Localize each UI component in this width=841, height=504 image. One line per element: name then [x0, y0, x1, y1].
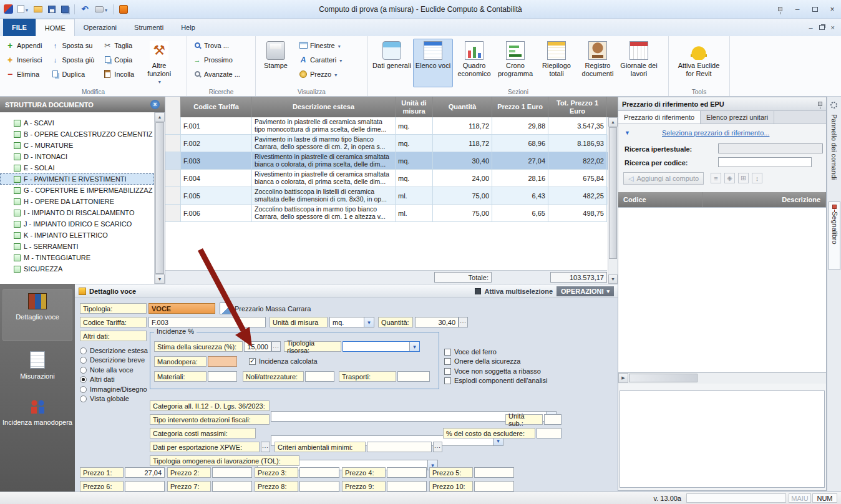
- view-option[interactable]: Descrizione estesa: [80, 347, 148, 354]
- sezione-registro-documenti-button[interactable]: Registro documenti: [578, 39, 618, 87]
- flag-onere-sicurezza[interactable]: Onere della sicurezza: [444, 357, 520, 365]
- tree-item-selected[interactable]: F - PAVIMENTI E RIVESTIMENTI: [0, 173, 154, 185]
- tab-operazioni[interactable]: Operazioni: [75, 19, 125, 36]
- tree-item[interactable]: J - IMPIANTO IDRICO E SCARICO: [0, 218, 154, 230]
- sposta-giu-button[interactable]: Sposta giù: [49, 53, 96, 66]
- incolla-button[interactable]: Incolla: [101, 67, 136, 80]
- save-all-button[interactable]: [60, 3, 70, 16]
- table-row-selected[interactable]: F.003 Rivestimento in piastrelle di cera…: [165, 152, 618, 170]
- prezzario-page-button[interactable]: [220, 303, 231, 314]
- inserisci-button[interactable]: Inserisci: [4, 53, 44, 66]
- web-prices-button[interactable]: ◈: [724, 173, 735, 183]
- scroll-up-button[interactable]: [608, 117, 618, 127]
- tree-item[interactable]: I - IMPIANTO DI RISCALDAMENTO: [0, 207, 154, 218]
- flag-esplodi-componenti[interactable]: Esplodi componenti dell'analisi: [444, 377, 547, 384]
- sezione-giornale-lavori-button[interactable]: Giornale dei lavori: [619, 39, 659, 87]
- tree-item[interactable]: A - SCAVI: [0, 117, 154, 128]
- prezzario-grid-body[interactable]: [618, 207, 826, 373]
- tree-view-button[interactable]: ⊞: [738, 173, 749, 183]
- tab-prezzario-riferimento[interactable]: Prezzario di riferimento: [618, 111, 701, 124]
- multiselect-checkbox[interactable]: [475, 288, 481, 294]
- mdi-close-button[interactable]: ×: [831, 24, 835, 31]
- trasporti-input[interactable]: [397, 371, 430, 382]
- tree-item[interactable]: B - OPERE CALCESTRUZZO CEMENTIZ: [0, 128, 154, 140]
- trova-button[interactable]: Trova ...: [191, 39, 242, 52]
- header-quantita[interactable]: Quantità: [433, 97, 492, 117]
- view-option-selected[interactable]: Altri dati: [80, 376, 115, 383]
- tab-elenco-prezzi-unitari[interactable]: Elenco prezzi unitari: [701, 111, 774, 124]
- checkbox[interactable]: [444, 349, 451, 356]
- tree-item[interactable]: E - SOLAI: [0, 162, 154, 173]
- aggiungi-al-computo-button[interactable]: ◁ Aggiungi al computo: [623, 172, 704, 185]
- duplica-button[interactable]: Duplica: [49, 67, 96, 80]
- attiva-euclide-revit-button[interactable]: Attiva Euclide for Revit: [673, 39, 725, 87]
- prezzo-input[interactable]: [212, 481, 252, 492]
- minimize-button[interactable]: –: [789, 2, 806, 17]
- view-option[interactable]: Immagine/Disegno: [80, 385, 147, 393]
- header-codice[interactable]: Codice Tariffa: [181, 97, 252, 117]
- radio-icon[interactable]: [80, 367, 87, 374]
- prezzo-input[interactable]: [299, 481, 339, 492]
- header-descrizione[interactable]: Descrizione: [702, 192, 826, 207]
- quantita-input[interactable]: 30,40: [415, 317, 459, 327]
- tree-item[interactable]: H - OPERE DA LATTONIERE: [0, 196, 154, 207]
- checkbox[interactable]: [444, 368, 451, 375]
- sort-button[interactable]: ↕: [752, 173, 762, 183]
- xpwe-ellipsis-button[interactable]: [261, 442, 270, 452]
- avanzate-button[interactable]: Avanzate ...: [191, 67, 242, 80]
- header-descrizione[interactable]: Descrizione estesa: [252, 97, 396, 117]
- prezzo-input[interactable]: [387, 481, 427, 492]
- sezione-elenco-voci-button[interactable]: Elenco voci: [413, 39, 453, 87]
- mdi-restore-button[interactable]: [819, 25, 825, 30]
- codice-tariffa-input[interactable]: F.003: [148, 317, 266, 327]
- table-row[interactable]: F.004 Rivestimento in piastrelle di cera…: [165, 170, 618, 187]
- stampe-button[interactable]: Stampe: [260, 39, 292, 87]
- cam-ellipsis-button[interactable]: [433, 442, 442, 452]
- checked-checkbox[interactable]: [249, 358, 256, 365]
- tree-item[interactable]: D - INTONACI: [0, 151, 154, 162]
- sezione-crono-programma-button[interactable]: Crono programma: [495, 39, 535, 87]
- pannello-comandi-tab[interactable]: Pannello dei comandi: [830, 114, 838, 180]
- header-prezzo[interactable]: Prezzo 1 Euro: [492, 97, 548, 117]
- tab-strumenti[interactable]: Strumenti: [125, 19, 172, 36]
- tab-home[interactable]: HOME: [36, 19, 75, 36]
- segnalibro-tab[interactable]: Segnalibro: [829, 201, 840, 270]
- elimina-button[interactable]: Elimina: [4, 67, 44, 80]
- prezzo-input[interactable]: [125, 481, 165, 492]
- close-button[interactable]: ×: [824, 2, 841, 17]
- gear-icon[interactable]: [830, 102, 837, 109]
- sezione-quadro-economico-button[interactable]: Quadro economico: [454, 39, 494, 87]
- nav-dettaglio-voce[interactable]: Dettaglio voce: [2, 289, 72, 341]
- quantita-ellipsis-button[interactable]: [459, 317, 468, 327]
- stima-ellipsis-button[interactable]: [271, 341, 281, 352]
- nav-incidenza-manodopera[interactable]: Incidenza manodopera: [2, 395, 72, 443]
- table-row[interactable]: F.005 Zoccolino battiscopa in listelli d…: [165, 187, 618, 205]
- new-document-button[interactable]: [16, 3, 29, 16]
- view-option[interactable]: Vista globale: [80, 395, 129, 402]
- incidenza-calcolata-option[interactable]: Incidenza calcolata: [249, 357, 318, 365]
- header-totale[interactable]: Tot. Prezzo 1 Euro: [548, 97, 607, 117]
- sezione-riepilogo-totali-button[interactable]: Riepilogo totali: [537, 39, 576, 87]
- tree-item[interactable]: L - SERRAMENTI: [0, 241, 154, 252]
- mdi-minimize-button[interactable]: –: [809, 24, 812, 31]
- pin-icon[interactable]: [818, 102, 822, 106]
- undo-button[interactable]: [79, 3, 90, 16]
- table-row[interactable]: F.001 Pavimento in piastrelle di ceramic…: [165, 117, 618, 135]
- scroll-thumb[interactable]: [609, 127, 617, 259]
- radio-icon[interactable]: [80, 395, 87, 402]
- prezzo-input[interactable]: [299, 467, 339, 478]
- filter-dropdown-icon[interactable]: ▼: [625, 130, 630, 136]
- noli-input[interactable]: [305, 371, 334, 382]
- finestre-button[interactable]: Finestre: [297, 39, 344, 52]
- scroll-thumb[interactable]: [629, 374, 698, 382]
- sezione-dati-generali-button[interactable]: Dati generali: [372, 39, 412, 87]
- checkbox[interactable]: [444, 377, 451, 384]
- view-option[interactable]: Descrizione breve: [80, 356, 145, 364]
- sposta-su-button[interactable]: Sposta su: [49, 39, 96, 52]
- appendi-button[interactable]: Appendi: [4, 39, 44, 52]
- tab-help[interactable]: Help: [172, 19, 204, 36]
- prezzo-input[interactable]: [387, 467, 427, 478]
- tree-item[interactable]: M - TINTEGGIATURE: [0, 252, 154, 263]
- table-scrollbar[interactable]: [608, 117, 618, 284]
- scroll-thumb[interactable]: [155, 122, 164, 274]
